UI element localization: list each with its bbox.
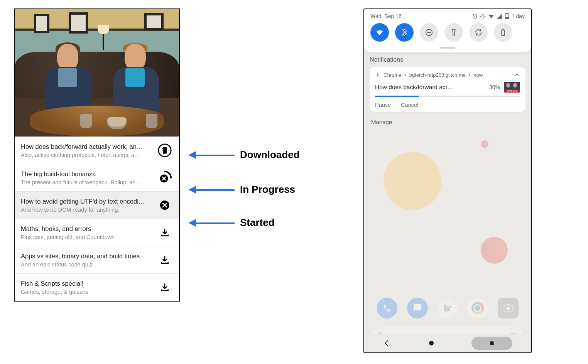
arrow-icon <box>188 186 235 194</box>
battery-saver-icon <box>499 28 507 37</box>
quick-settings-panel: Wed, Sep 16 1 day <box>364 9 531 52</box>
status-bar: Wed, Sep 16 1 day <box>364 9 531 22</box>
episode-list: How does back/forward actually work, an…… <box>15 136 179 301</box>
annotation: Started <box>188 217 275 229</box>
autorotate-icon <box>474 28 483 37</box>
episode-text: Maths, hooks, and errorsPlus cats, getti… <box>21 225 157 240</box>
svg-rect-12 <box>506 13 508 14</box>
status-date: Wed, Sep 16 <box>370 13 402 19</box>
notification-source: bgfetch-http203.glitch.me <box>409 72 466 78</box>
qs-bluetooth-tile[interactable] <box>395 23 414 42</box>
episode-action-button[interactable] <box>157 197 173 213</box>
app-dock <box>372 295 523 322</box>
episode-item[interactable]: The big build-tool bonanzaThe present an… <box>15 164 179 191</box>
episode-title: How does back/forward actually work, an… <box>21 143 153 150</box>
episode-text: Apps vs sites, binary data, and build ti… <box>21 253 157 268</box>
download-notification-card[interactable]: Chrome • bgfetch-http203.glitch.me • now… <box>370 67 525 112</box>
play-store-app-icon[interactable] <box>437 298 458 318</box>
notification-title: How does back/forward act… <box>375 84 485 91</box>
video-thumbnail[interactable] <box>15 9 179 136</box>
notification-time: now <box>473 72 483 78</box>
arrow-icon <box>188 219 235 227</box>
episode-item[interactable]: Apps vs sites, binary data, and build ti… <box>15 246 179 273</box>
episode-text: Fish & Scripts special!Games, storage, &… <box>21 280 157 295</box>
notifications-heading: Notifications <box>370 56 525 63</box>
annotation-label: In Progress <box>240 184 295 195</box>
download-icon <box>160 228 170 238</box>
pause-button[interactable]: Pause <box>375 102 391 108</box>
manage-button[interactable]: Manage <box>371 119 524 125</box>
episode-action-button[interactable] <box>157 224 173 241</box>
svg-rect-1 <box>163 148 166 153</box>
qs-autorotate-tile[interactable] <box>469 23 488 42</box>
battery-text: 1 day <box>512 13 525 19</box>
system-nav-bar <box>364 334 531 352</box>
episode-title: The big build-tool bonanza <box>21 170 153 178</box>
qs-flashlight-tile[interactable] <box>444 23 463 42</box>
svg-point-4 <box>506 307 510 310</box>
battery-icon <box>505 13 509 19</box>
bluetooth-icon <box>400 28 409 37</box>
back-nav-icon[interactable] <box>383 339 391 347</box>
panel-drag-handle[interactable] <box>440 47 455 49</box>
svg-rect-17 <box>502 29 504 30</box>
right-device-frame: G Wed, Sep 16 1 day Notifications Chrome <box>363 8 532 353</box>
episode-action-button[interactable] <box>157 252 173 268</box>
episode-item[interactable]: How to avoid getting UTF'd by text encod… <box>15 191 179 219</box>
download-icon <box>160 255 170 265</box>
qs-battery-saver-tile[interactable] <box>494 23 512 42</box>
episode-text: The big build-tool bonanzaThe present an… <box>21 170 157 185</box>
arrow-icon <box>188 151 235 159</box>
episode-item[interactable]: Maths, hooks, and errorsPlus cats, getti… <box>15 219 179 246</box>
episode-action-button[interactable] <box>157 142 173 158</box>
episode-subtitle: Plus cats, getting old, and Countdown <box>21 234 153 240</box>
camera-app-icon[interactable] <box>498 298 519 318</box>
messages-app-icon[interactable] <box>407 298 428 318</box>
episode-text: How does back/forward actually work, an…… <box>21 143 157 158</box>
chevron-up-icon[interactable] <box>514 72 520 78</box>
cancel-button[interactable]: Cancel <box>401 102 418 108</box>
wifi-status-icon <box>488 13 494 19</box>
svg-rect-10 <box>482 15 484 18</box>
download-icon <box>375 72 380 78</box>
quick-settings-row <box>364 22 531 46</box>
vibrate-icon <box>480 13 486 19</box>
annotation: In Progress <box>188 184 295 195</box>
episode-title: Fish & Scripts special! <box>21 280 153 287</box>
signal-icon <box>497 13 502 19</box>
svg-rect-16 <box>502 30 504 36</box>
episode-subtitle: And how to be DOM-ready for anything. <box>21 207 153 213</box>
notification-app-name: Chrome <box>384 72 401 78</box>
annotation-label: Downloaded <box>240 149 300 161</box>
episode-subtitle: The present and future of webpack, Rollu… <box>21 179 153 185</box>
progress-cancel-icon <box>157 170 172 185</box>
svg-point-18 <box>429 341 434 345</box>
cancel-icon <box>159 199 171 211</box>
svg-rect-13 <box>505 18 509 19</box>
annotation: Downloaded <box>188 149 300 161</box>
home-nav-icon <box>489 340 495 346</box>
episode-subtitle: Games, storage, & quizzes <box>21 289 153 295</box>
chrome-app-icon[interactable] <box>467 298 488 318</box>
episode-action-button[interactable] <box>157 170 173 186</box>
episode-subtitle: And an epic status code quiz <box>21 261 153 268</box>
phone-app-icon[interactable] <box>377 298 397 318</box>
home-nav-pill[interactable] <box>471 337 512 350</box>
qs-wifi-tile[interactable] <box>370 23 389 42</box>
episode-item[interactable]: How does back/forward actually work, an…… <box>15 136 179 164</box>
status-icons: 1 day <box>472 13 525 19</box>
overview-nav-icon[interactable] <box>428 340 435 347</box>
episode-title: How to avoid getting UTF'd by text encod… <box>21 198 153 205</box>
annotation-label: Started <box>240 217 275 229</box>
episode-title: Apps vs sites, binary data, and build ti… <box>21 253 153 260</box>
episode-item[interactable]: Fish & Scripts special!Games, storage, &… <box>15 273 179 301</box>
notifications-block: Notifications Chrome • bgfetch-http203.g… <box>364 52 531 125</box>
download-progress-bar <box>375 96 520 97</box>
notification-thumbnail <box>504 82 520 93</box>
dnd-icon <box>425 28 433 37</box>
alarm-icon <box>472 13 478 19</box>
flashlight-icon <box>449 28 458 37</box>
episode-subtitle: Also, active clothing protocols, hotel r… <box>21 152 153 158</box>
episode-action-button[interactable] <box>157 279 173 295</box>
qs-dnd-tile[interactable] <box>420 23 438 42</box>
